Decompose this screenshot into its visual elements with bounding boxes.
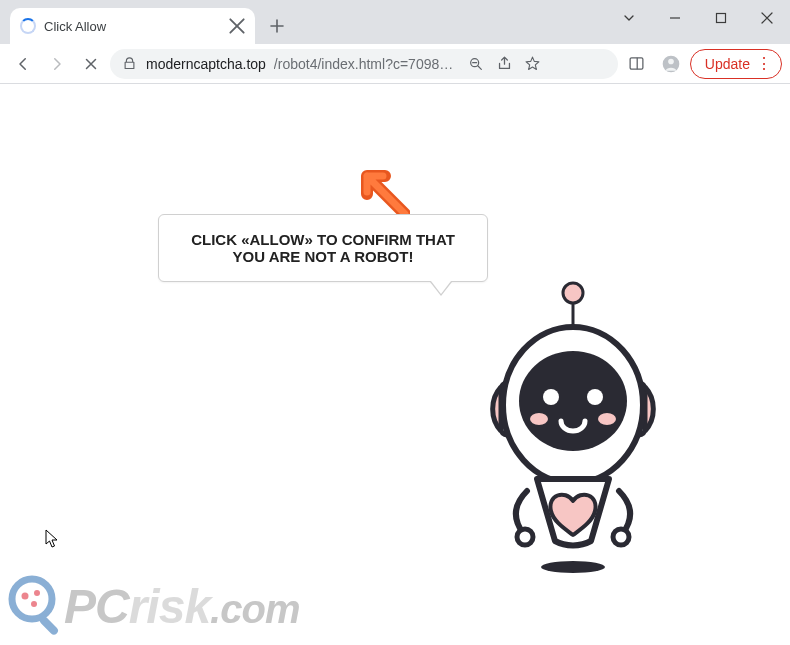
browser-tab[interactable]: Click Allow [10, 8, 255, 44]
mouse-cursor-icon [45, 529, 59, 549]
svg-rect-22 [38, 615, 59, 636]
nav-forward-button[interactable] [42, 49, 72, 79]
watermark-pc: PC [64, 580, 129, 633]
address-bar[interactable]: moderncaptcha.top/robot4/index.html?c=70… [110, 49, 618, 79]
window-minimize-button[interactable] [652, 0, 698, 36]
window-controls [606, 0, 790, 44]
svg-rect-2 [630, 58, 643, 69]
svg-point-11 [519, 351, 627, 451]
svg-point-17 [613, 529, 629, 545]
svg-point-16 [517, 529, 533, 545]
url-path: /robot4/index.html?c=7098… [274, 56, 453, 72]
zoom-icon[interactable] [467, 55, 485, 73]
watermark-text: PCrisk.com [64, 579, 299, 634]
svg-point-5 [541, 561, 605, 573]
svg-point-21 [31, 601, 37, 607]
update-button[interactable]: Update ⋮ [690, 49, 782, 79]
url-host: moderncaptcha.top [146, 56, 266, 72]
lock-icon [120, 55, 138, 73]
loading-spinner-icon [20, 18, 36, 34]
svg-point-14 [530, 413, 548, 425]
watermark: PCrisk.com [8, 575, 299, 637]
new-tab-button[interactable] [263, 12, 291, 40]
svg-point-18 [12, 579, 52, 619]
watermark-risk: risk [129, 580, 210, 633]
annotation-arrow-icon [355, 164, 410, 219]
profile-avatar-button[interactable] [656, 49, 686, 79]
watermark-com: .com [210, 587, 299, 631]
speech-text: CLICK «ALLOW» TO CONFIRM THAT YOU ARE NO… [191, 231, 455, 265]
svg-point-19 [22, 593, 29, 600]
browser-titlebar: Click Allow [0, 0, 790, 44]
svg-point-4 [668, 58, 674, 64]
svg-point-12 [543, 389, 559, 405]
speech-bubble: CLICK «ALLOW» TO CONFIRM THAT YOU ARE NO… [158, 214, 488, 282]
share-icon[interactable] [495, 55, 513, 73]
svg-rect-0 [717, 14, 726, 23]
tab-close-button[interactable] [229, 18, 245, 34]
nav-stop-button[interactable] [76, 49, 106, 79]
svg-point-7 [563, 283, 583, 303]
update-button-label: Update [705, 56, 750, 72]
svg-point-20 [34, 590, 40, 596]
watermark-magnifier-icon [8, 575, 70, 637]
svg-point-15 [598, 413, 616, 425]
page-content: CLICK «ALLOW» TO CONFIRM THAT YOU ARE NO… [0, 84, 790, 645]
side-panel-button[interactable] [622, 49, 652, 79]
tab-title: Click Allow [44, 19, 221, 34]
browser-toolbar: moderncaptcha.top/robot4/index.html?c=70… [0, 44, 790, 84]
svg-point-13 [587, 389, 603, 405]
robot-illustration [465, 279, 680, 579]
window-dropdown-button[interactable] [606, 0, 652, 36]
nav-back-button[interactable] [8, 49, 38, 79]
bookmark-star-icon[interactable] [523, 55, 541, 73]
window-close-button[interactable] [744, 0, 790, 36]
window-maximize-button[interactable] [698, 0, 744, 36]
